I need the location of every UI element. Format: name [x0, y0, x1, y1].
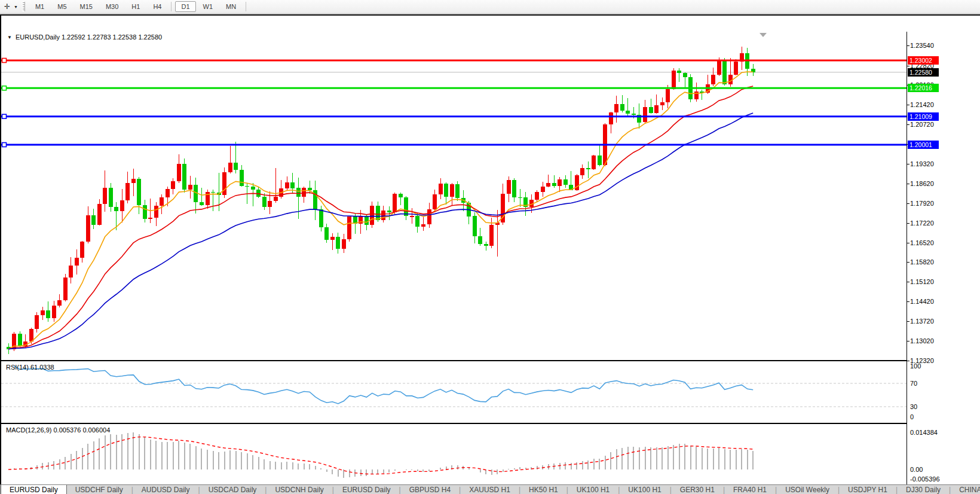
price-tick: [906, 223, 909, 224]
price-tick: [906, 203, 909, 204]
tab-eurusd-daily[interactable]: EURUSD Daily: [334, 485, 399, 494]
rsi-panel[interactable]: [1, 361, 906, 424]
price-tick: [906, 243, 909, 243]
price-tick: [906, 282, 909, 282]
timeframe-h1[interactable]: H1: [125, 1, 146, 12]
tab-dj30-daily[interactable]: DJ30 Daily: [898, 485, 949, 494]
macd-tick-label: -0.005396: [910, 475, 940, 483]
price-tick-label: 1.19320: [910, 160, 934, 167]
rsi-indicator-label: RSI(14) 61.0338: [6, 364, 54, 371]
rsi-tick-label: 100: [910, 362, 921, 370]
hline-handle[interactable]: [2, 143, 7, 147]
price-tick-label: 1.18620: [910, 180, 934, 187]
price-tick: [906, 105, 909, 105]
rsi-tick-label: 0: [910, 413, 914, 420]
symbol-tab-bar: EURUSD DailyUSDCHF Daily|AUDUSD Daily|US…: [0, 484, 980, 494]
hline-price-tag[interactable]: 1.20001: [908, 141, 939, 149]
hline-price-tag[interactable]: 1.23002: [908, 56, 939, 65]
tab-uk100-h1[interactable]: UK100 H1: [620, 485, 669, 494]
tab-audusd-daily[interactable]: AUDUSD Daily: [133, 485, 198, 494]
hline-price-tag[interactable]: 1.22016: [908, 84, 939, 92]
tab-xauusd-h1[interactable]: XAUUSD H1: [461, 485, 519, 494]
price-tick-label: 1.17220: [910, 219, 934, 227]
price-tick: [906, 341, 909, 341]
macd-tick-label: 0.00: [910, 466, 923, 473]
toolbar-drag-handle[interactable]: [22, 2, 25, 11]
chart-title: ▼ EURUSD,Daily 1.22592 1.22783 1.22538 1…: [7, 33, 162, 41]
tab-usdcnh-daily[interactable]: USDCNH Daily: [267, 485, 332, 494]
price-tick: [906, 361, 909, 361]
price-tick-label: 1.13020: [910, 337, 934, 344]
price-tick: [906, 66, 909, 66]
rsi-chart[interactable]: [1, 361, 906, 423]
hline-handle[interactable]: [2, 86, 7, 90]
cursor-dropdown-icon[interactable]: ▼: [14, 5, 18, 9]
main-price-panel[interactable]: [1, 32, 906, 361]
price-tick: [906, 321, 909, 322]
timeframe-w1[interactable]: W1: [197, 1, 219, 12]
timeframe-mn[interactable]: MN: [220, 1, 242, 12]
tab-usoil-weekly[interactable]: USOil Weekly: [777, 485, 838, 494]
hline-handle[interactable]: [2, 114, 7, 118]
symbol-tabs: EURUSD DailyUSDCHF Daily|AUDUSD Daily|US…: [1, 485, 980, 494]
candlestick-chart[interactable]: [1, 32, 906, 360]
price-tick-label: 1.21420: [910, 101, 934, 108]
tab-china300-h1[interactable]: CHINA300 H1: [951, 485, 980, 494]
price-tick: [906, 45, 909, 46]
timeframe-m15[interactable]: M15: [74, 1, 99, 12]
price-tick: [906, 301, 909, 302]
price-tick: [906, 124, 909, 125]
toolbar-separator: [171, 2, 172, 11]
tab-hk50-h1[interactable]: HK50 H1: [520, 485, 566, 494]
tab-usdcad-daily[interactable]: USDCAD Daily: [200, 485, 265, 494]
current-price-tag: 1.22580: [908, 68, 939, 77]
chart-window: ▼ EURUSD,Daily 1.22592 1.22783 1.22538 1…: [0, 14, 980, 484]
macd-signal-line: [8, 437, 753, 474]
price-tick-label: 1.14420: [910, 298, 934, 305]
price-tick-label: 1.13720: [910, 318, 934, 325]
macd-panel[interactable]: [1, 424, 906, 487]
toolbar-separator: [246, 2, 246, 11]
macd-chart[interactable]: [1, 424, 906, 486]
timeframe-m5[interactable]: M5: [51, 1, 72, 12]
candles-group: [7, 47, 755, 354]
price-tick: [906, 184, 909, 184]
macd-indicator-label: MACD(12,26,9) 0.005376 0.006004: [6, 426, 110, 434]
rsi-tick-label: 70: [910, 380, 917, 387]
tab-usdchf-daily[interactable]: USDCHF Daily: [67, 485, 131, 494]
timeframe-h4[interactable]: H4: [147, 1, 167, 12]
tab-gbpusd-h4[interactable]: GBPUSD H4: [401, 485, 459, 494]
timeframe-m1[interactable]: M1: [29, 1, 50, 12]
trading-app: ✛ ▼ M1M5M15M30H1H4D1W1MN ▼ EURUSD,Daily …: [0, 0, 980, 494]
chart-shift-marker-icon[interactable]: [760, 33, 767, 37]
tab-fra40-h1[interactable]: FRA40 H1: [725, 485, 775, 494]
tab-uk100-h1[interactable]: UK100 H1: [568, 485, 618, 494]
price-tick: [906, 164, 909, 164]
timeframe-toolbar: ✛ ▼ M1M5M15M30H1H4D1W1MN: [0, 0, 980, 14]
chart-collapse-icon[interactable]: ▼: [7, 35, 12, 40]
price-tick-label: 1.15120: [910, 278, 934, 285]
price-tick-label: 1.15820: [910, 258, 934, 266]
timeframe-m30[interactable]: M30: [100, 1, 124, 12]
timeframe-buttons: M1M5M15M30H1H4D1W1MN: [29, 1, 249, 12]
macd-histogram: [8, 432, 753, 478]
rsi-line: [14, 366, 754, 404]
price-tick: [906, 262, 909, 263]
rsi-tick-label: 30: [910, 403, 917, 410]
chart-title-text: EURUSD,Daily 1.22592 1.22783 1.22538 1.2…: [16, 33, 162, 41]
crosshair-cursor-icon[interactable]: ✛: [1, 1, 13, 12]
timeframe-d1[interactable]: D1: [175, 1, 195, 12]
price-tick-label: 1.23540: [910, 42, 934, 49]
tab-eurusd-daily[interactable]: EURUSD Daily: [1, 485, 67, 494]
macd-tick-label: 0.014384: [910, 429, 938, 436]
price-tick-label: 1.16520: [910, 239, 934, 246]
tab-usdjpy-h1[interactable]: USDJPY H1: [840, 485, 896, 494]
price-tick-label: 1.20720: [910, 121, 934, 128]
price-tick-label: 1.17920: [910, 200, 934, 207]
hline-handle[interactable]: [2, 59, 7, 63]
hline-price-tag[interactable]: 1.21009: [908, 112, 939, 121]
tab-ger30-h1[interactable]: GER30 H1: [672, 485, 723, 494]
